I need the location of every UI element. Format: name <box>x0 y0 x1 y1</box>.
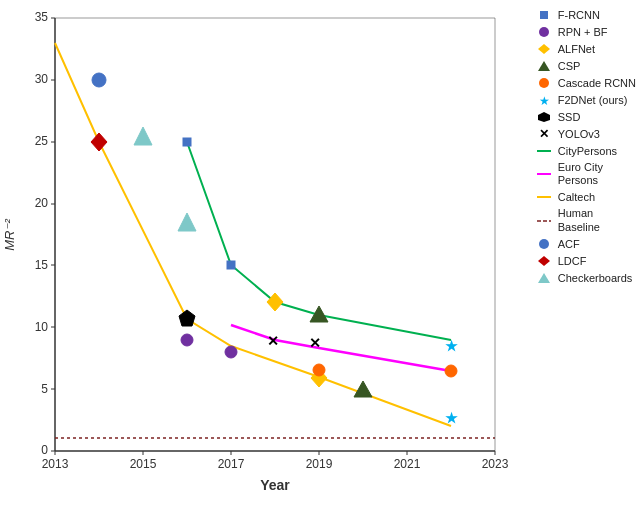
legend-label-checkerboards: Checkerboards <box>558 272 633 284</box>
svg-text:★: ★ <box>445 410 458 426</box>
svg-marker-69 <box>538 256 550 266</box>
svg-point-48 <box>313 364 325 376</box>
legend-label-ssd: SSD <box>558 111 581 123</box>
legend-label-citypersons: CityPersons <box>558 145 617 157</box>
legend-symbol-yolov3: ✕ <box>535 127 553 141</box>
svg-text:Year: Year <box>260 477 290 493</box>
svg-text:✕: ✕ <box>539 128 549 140</box>
svg-rect-38 <box>227 261 235 269</box>
svg-marker-36 <box>178 213 196 231</box>
svg-point-58 <box>539 78 549 88</box>
legend-symbol-f2dnet: ★ <box>535 93 553 107</box>
svg-text:2019: 2019 <box>306 457 333 471</box>
legend-symbol-citypersons <box>535 144 553 158</box>
svg-text:20: 20 <box>35 196 49 210</box>
chart-container: 2013 2015 2017 2019 2021 2023 0 5 10 15 … <box>0 0 640 506</box>
legend-item-checkerboards: Checkerboards <box>535 271 636 285</box>
svg-text:35: 35 <box>35 10 49 24</box>
svg-text:0: 0 <box>41 443 48 457</box>
svg-marker-47 <box>354 381 372 397</box>
svg-text:2015: 2015 <box>130 457 157 471</box>
legend-item-acf: ACF <box>535 237 636 251</box>
svg-text:MR⁻²: MR⁻² <box>2 219 17 251</box>
legend-item-ldcf: LDCF <box>535 254 636 268</box>
legend-label-alfnet: ALFNet <box>558 43 595 55</box>
legend-item-caltech: Caltech <box>535 190 636 204</box>
legend-symbol-ldcf <box>535 254 553 268</box>
svg-text:30: 30 <box>35 72 49 86</box>
legend-label-eurocity: Euro City Persons <box>558 161 628 187</box>
legend-symbol-cascade <box>535 76 553 90</box>
legend-label-f2dnet: F2DNet (ours) <box>558 94 628 106</box>
svg-point-49 <box>445 365 457 377</box>
legend-item-yolov3: ✕ YOLOv3 <box>535 127 636 141</box>
legend-label-rpnbf: RPN + BF <box>558 26 608 38</box>
legend-symbol-acf <box>535 237 553 251</box>
legend-symbol-rpnbf <box>535 25 553 39</box>
legend-item-ssd: SSD <box>535 110 636 124</box>
svg-text:10: 10 <box>35 320 49 334</box>
svg-marker-60 <box>538 112 550 122</box>
legend-label-cascade: Cascade RCNN <box>558 77 636 89</box>
svg-text:25: 25 <box>35 134 49 148</box>
legend-label-caltech: Caltech <box>558 191 595 203</box>
svg-rect-54 <box>540 11 548 19</box>
legend-label-acf: ACF <box>558 238 580 250</box>
legend-item-f2dnet: ★ F2DNet (ours) <box>535 93 636 107</box>
svg-marker-35 <box>134 127 152 145</box>
svg-text:2023: 2023 <box>482 457 509 471</box>
svg-point-68 <box>539 239 549 249</box>
svg-text:★: ★ <box>538 94 549 106</box>
svg-rect-37 <box>183 138 191 146</box>
legend-item-csp: CSP <box>535 59 636 73</box>
legend-item-frcnn: F-RCNN <box>535 8 636 22</box>
svg-marker-56 <box>538 44 550 54</box>
svg-text:★: ★ <box>445 338 458 354</box>
legend-symbol-human <box>535 214 553 228</box>
svg-point-40 <box>225 346 237 358</box>
legend-label-frcnn: F-RCNN <box>558 9 600 21</box>
legend-item-cascade: Cascade RCNN <box>535 76 636 90</box>
svg-point-33 <box>92 73 106 87</box>
svg-point-39 <box>181 334 193 346</box>
legend-label-yolov3: YOLOv3 <box>558 128 600 140</box>
svg-text:2021: 2021 <box>394 457 421 471</box>
legend-label-csp: CSP <box>558 60 581 72</box>
legend-item-rpnbf: RPN + BF <box>535 25 636 39</box>
legend-item-alfnet: ALFNet <box>535 42 636 56</box>
svg-text:✕: ✕ <box>267 333 279 349</box>
svg-marker-57 <box>538 61 550 71</box>
svg-text:5: 5 <box>41 382 48 396</box>
legend-item-eurocity: Euro City Persons <box>535 161 636 187</box>
svg-text:✕: ✕ <box>309 335 321 351</box>
svg-marker-44 <box>267 293 283 311</box>
svg-marker-34 <box>91 133 107 151</box>
svg-text:2013: 2013 <box>42 457 69 471</box>
legend-symbol-caltech <box>535 190 553 204</box>
svg-marker-41 <box>179 310 195 326</box>
legend-label-ldcf: LDCF <box>558 255 587 267</box>
legend-symbol-checkerboards <box>535 271 553 285</box>
svg-point-55 <box>539 27 549 37</box>
legend-symbol-eurocity <box>535 167 553 181</box>
legend: F-RCNN RPN + BF ALFNet CSP Cascade RCNN <box>535 8 636 285</box>
legend-symbol-ssd <box>535 110 553 124</box>
legend-symbol-alfnet <box>535 42 553 56</box>
legend-item-citypersons: CityPersons <box>535 144 636 158</box>
legend-label-human: Human Baseline <box>558 207 628 233</box>
svg-text:15: 15 <box>35 258 49 272</box>
legend-symbol-frcnn <box>535 8 553 22</box>
legend-item-human: Human Baseline <box>535 207 636 233</box>
svg-text:2017: 2017 <box>218 457 245 471</box>
legend-symbol-csp <box>535 59 553 73</box>
svg-marker-70 <box>538 273 550 283</box>
